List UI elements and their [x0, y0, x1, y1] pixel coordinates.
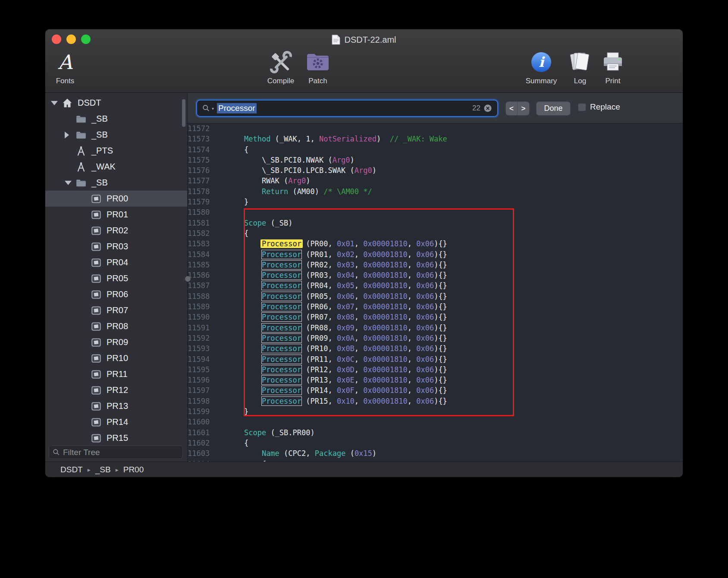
- code-text: Processor (PR09, 0x0A, 0x00001810, 0x06)…: [218, 333, 447, 343]
- compile-label: Compile: [259, 77, 302, 85]
- breadcrumb-item-dsdt[interactable]: DSDT: [60, 465, 83, 474]
- code-line: 11597 Processor (PR14, 0x0F, 0x00001810,…: [188, 385, 683, 396]
- next-match-button[interactable]: >: [518, 102, 529, 115]
- code-line: 11602 {: [188, 438, 683, 448]
- search-input[interactable]: ▾ Processor 22: [196, 100, 498, 117]
- line-number: 11595: [188, 364, 218, 375]
- sidebar-scrollbar[interactable]: [182, 99, 185, 127]
- line-number: 11596: [188, 375, 218, 385]
- line-number: 11594: [188, 354, 218, 364]
- search-query-text: Processor: [217, 103, 257, 113]
- code-line: 11594 Processor (PR11, 0x0C, 0x00001810,…: [188, 354, 683, 364]
- code-text: Processor (PR01, 0x02, 0x00001810, 0x06)…: [218, 249, 447, 260]
- breadcrumb-item-sb[interactable]: _SB: [95, 465, 111, 474]
- code-line: 11587 Processor (PR04, 0x05, 0x00001810,…: [188, 280, 683, 291]
- chevron-down-icon[interactable]: ▾: [212, 106, 214, 111]
- replace-checkbox[interactable]: [578, 103, 586, 111]
- done-button[interactable]: Done: [536, 101, 571, 116]
- search-icon: [53, 449, 60, 456]
- line-number: 11587: [188, 280, 218, 291]
- code-text: Processor (PR11, 0x0C, 0x00001810, 0x06)…: [218, 354, 447, 364]
- disclosure-down-icon[interactable]: [65, 181, 75, 185]
- tree-item-pr13[interactable]: PR13: [45, 398, 187, 414]
- breadcrumb-separator-icon: ▸: [88, 466, 91, 473]
- tree-item-pts[interactable]: _PTS: [45, 143, 187, 159]
- code-line: 11598 Processor (PR15, 0x10, 0x00001810,…: [188, 396, 683, 406]
- patch-label: Patch: [300, 77, 336, 85]
- code-line: 11588 Processor (PR05, 0x06, 0x00001810,…: [188, 291, 683, 302]
- tree-item-pr11[interactable]: PR11: [45, 366, 187, 382]
- line-number: 11576: [188, 165, 218, 176]
- patch-button[interactable]: Patch: [300, 48, 336, 85]
- scope-icon: [91, 337, 102, 348]
- print-button[interactable]: Print: [596, 48, 630, 85]
- tree-item-label: PR07: [107, 305, 128, 315]
- code-line: 11586 Processor (PR03, 0x04, 0x00001810,…: [188, 270, 683, 280]
- print-icon: [596, 48, 630, 76]
- code-line: 11584 Processor (PR01, 0x02, 0x00001810,…: [188, 249, 683, 260]
- tree-item-label: PR13: [107, 401, 128, 411]
- line-number: 11584: [188, 249, 218, 260]
- tree-item-pr05[interactable]: PR05: [45, 270, 187, 286]
- search-match: Processor: [261, 375, 302, 385]
- scope-icon: [91, 401, 102, 412]
- tree-item-wak[interactable]: _WAK: [45, 159, 187, 175]
- fonts-button[interactable]: A Fonts: [49, 48, 82, 85]
- compile-button[interactable]: Compile: [259, 48, 302, 85]
- previous-match-button[interactable]: <: [506, 102, 518, 115]
- tree-item-pr01[interactable]: PR01: [45, 207, 187, 223]
- summary-button[interactable]: i Summary: [519, 48, 563, 85]
- search-match: Processor: [261, 302, 302, 311]
- line-number: 11586: [188, 270, 218, 280]
- line-number: 11589: [188, 302, 218, 312]
- search-match: Processor: [261, 323, 302, 333]
- replace-option: Replace: [578, 102, 620, 112]
- tree-item-pr03[interactable]: PR03: [45, 239, 187, 254]
- tree-item-pr00[interactable]: PR00: [45, 191, 187, 207]
- code-line: 11603 Name (CPC2, Package (0x15): [188, 448, 683, 459]
- filter-tree-field[interactable]: [49, 446, 183, 459]
- code-text: Method (_WAK, 1, NotSerialized) // _WAK:…: [218, 134, 447, 144]
- tree-item-pr12[interactable]: PR12: [45, 382, 187, 398]
- tree-item-pr14[interactable]: PR14: [45, 414, 187, 430]
- tree-item-pr07[interactable]: PR07: [45, 302, 187, 318]
- code-line: 11601 Scope (_SB.PR00): [188, 427, 683, 438]
- tree-item-sb[interactable]: _SB: [45, 175, 187, 191]
- code-text: Return (AM00) /* \AM00 */: [218, 186, 372, 197]
- breadcrumb-item-pr00[interactable]: PR00: [123, 465, 144, 474]
- code-editor[interactable]: 1157211573 Method (_WAK, 1, NotSerialize…: [188, 123, 683, 462]
- clear-search-icon[interactable]: [483, 104, 492, 113]
- code-line: 11590 Processor (PR07, 0x08, 0x00001810,…: [188, 312, 683, 322]
- tree-item-sb[interactable]: _SB: [45, 127, 187, 143]
- replace-label: Replace: [590, 102, 620, 112]
- filter-tree-input[interactable]: [63, 448, 179, 457]
- tree-item-pr04[interactable]: PR04: [45, 254, 187, 270]
- code-text: Processor (PR10, 0x0B, 0x00001810, 0x06)…: [218, 343, 447, 354]
- code-line: 11573 Method (_WAK, 1, NotSerialized) //…: [188, 134, 683, 144]
- tree-item-pr06[interactable]: PR06: [45, 286, 187, 302]
- disclosure-down-icon[interactable]: [51, 101, 62, 105]
- code-line: 11582 {: [188, 228, 683, 239]
- code-line: 11593 Processor (PR10, 0x0B, 0x00001810,…: [188, 343, 683, 354]
- tree-item-sb[interactable]: _SB: [45, 111, 187, 127]
- code-text: [218, 207, 226, 217]
- tree-item-pr15[interactable]: PR15: [45, 430, 187, 446]
- code-text: }: [218, 406, 248, 417]
- tree-item-dsdt[interactable]: DSDT: [45, 95, 187, 111]
- disclosure-right-icon[interactable]: [65, 132, 75, 138]
- code-text: Processor (PR07, 0x08, 0x00001810, 0x06)…: [218, 312, 447, 322]
- log-label: Log: [566, 77, 594, 85]
- tree-item-pr09[interactable]: PR09: [45, 334, 187, 350]
- splitter-handle[interactable]: [185, 276, 191, 282]
- code-text: \_SB.PCI0.NWAK (Arg0): [218, 155, 355, 165]
- log-button[interactable]: Log: [566, 48, 594, 85]
- line-number: 11572: [188, 123, 218, 134]
- code-text: [218, 417, 226, 427]
- tree-item-pr10[interactable]: PR10: [45, 350, 187, 366]
- tree-item-pr02[interactable]: PR02: [45, 223, 187, 239]
- sidebar-tree-panel: DSDT_SB_SB_PTS_WAK_SBPR00PR01PR02PR03PR0…: [45, 93, 188, 462]
- line-number: 11575: [188, 155, 218, 165]
- tree-item-pr08[interactable]: PR08: [45, 318, 187, 334]
- app-window: DSDT-22.aml A Fonts Compile: [45, 29, 683, 477]
- scope-icon: [91, 305, 102, 316]
